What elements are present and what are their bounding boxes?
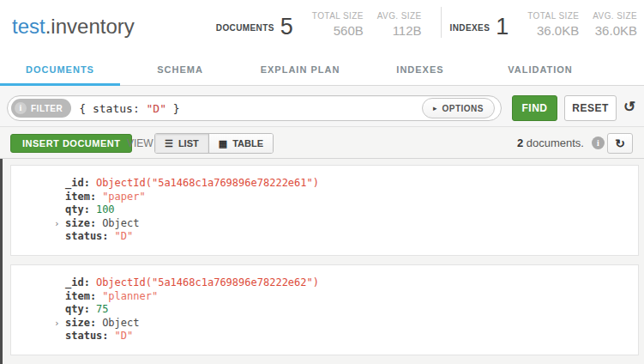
sidebar-edge	[0, 159, 3, 364]
table-view-icon: ▦	[219, 138, 227, 149]
field-row-status: status: "D"	[54, 230, 629, 244]
field-key: status:	[65, 230, 109, 244]
field-value: "D"	[115, 330, 134, 343]
tab-explain-plan[interactable]: EXPLAIN PLAN	[240, 53, 360, 86]
field-key: size:	[65, 217, 96, 231]
tab-validation[interactable]: VALIDATION	[480, 53, 600, 86]
indexes-avg-size: AVG. SIZE 36.0KB	[593, 11, 637, 38]
field-value: ObjectId("5a1468c1a769896e78222e62")	[96, 276, 319, 290]
field-value: ObjectId("5a1468c1a769896e78222e61")	[96, 177, 319, 191]
filter-badge: i FILTER	[11, 99, 71, 118]
view-label: VIEW	[127, 137, 153, 149]
field-key: size:	[65, 317, 96, 331]
indexes-stat-label: INDEXES	[450, 23, 491, 38]
options-button[interactable]: ▸ OPTIONS	[422, 98, 495, 118]
collection-name: .inventory	[45, 15, 135, 38]
field-row-qty: qty: 75	[54, 303, 629, 317]
options-button-label: OPTIONS	[442, 104, 484, 113]
field-key: qty:	[65, 203, 90, 217]
indexes-count: 1	[496, 15, 509, 38]
reset-button[interactable]: RESET	[564, 95, 617, 121]
table-view-label: TABLE	[232, 138, 263, 149]
field-value: "planner"	[102, 290, 158, 304]
query-bar: i FILTER { status: "D" } ▸ OPTIONS FIND …	[0, 86, 644, 127]
field-row-id: _id: ObjectId("5a1468c1a769896e78222e62"…	[54, 276, 629, 290]
insert-document-button[interactable]: INSERT DOCUMENT	[10, 134, 132, 153]
expand-caret-icon[interactable]: ›	[54, 317, 65, 331]
field-value: 75	[96, 303, 108, 317]
document-card[interactable]: _id: ObjectId("5a1468c1a769896e78222e61"…	[10, 165, 639, 256]
field-key: _id:	[65, 276, 90, 290]
collection-header: test.inventory DOCUMENTS 5 TOTAL SIZE 56…	[0, 0, 644, 53]
field-value: "D"	[115, 230, 134, 244]
filter-input[interactable]: i FILTER { status: "D" } ▸ OPTIONS	[7, 95, 502, 121]
field-row-qty: qty: 100	[54, 203, 629, 217]
field-value: Object	[102, 317, 139, 331]
documents-avg-size: AVG. SIZE 112B	[377, 11, 422, 38]
database-name: test	[12, 15, 45, 38]
documents-total-size: TOTAL SIZE 560B	[312, 11, 364, 38]
find-button[interactable]: FIND	[512, 95, 557, 121]
indexes-total-size: TOTAL SIZE 36.0KB	[527, 11, 579, 38]
page-title: test.inventory	[12, 15, 135, 39]
filter-info-icon: i	[15, 102, 27, 114]
count-info-icon[interactable]: i	[592, 136, 605, 149]
document-list: _id: ObjectId("5a1468c1a769896e78222e61"…	[0, 159, 644, 364]
field-row-status: status: "D"	[54, 330, 629, 343]
refresh-icon: ↻	[615, 136, 625, 150]
document-card[interactable]: _id: ObjectId("5a1468c1a769896e78222e62"…	[10, 264, 639, 355]
query-string-value: "D"	[147, 102, 166, 115]
field-row-size: › size: Object	[54, 217, 629, 231]
list-view-label: LIST	[178, 138, 199, 149]
field-key: item:	[65, 191, 96, 204]
documents-toolbar: INSERT DOCUMENT VIEW ☰ LIST ▦ TABLE 2 do…	[0, 127, 644, 159]
field-key: qty:	[65, 303, 90, 317]
field-key: _id:	[65, 177, 90, 191]
options-caret-icon: ▸	[433, 104, 437, 112]
tab-documents[interactable]: DOCUMENTS	[0, 53, 120, 86]
query-history-icon[interactable]: ↺	[623, 99, 635, 116]
view-switcher: ☰ LIST ▦ TABLE	[154, 133, 274, 154]
field-value: "paper"	[102, 191, 146, 204]
field-value: 100	[96, 203, 115, 217]
field-key: status:	[65, 330, 109, 343]
list-view-button[interactable]: ☰ LIST	[155, 134, 208, 153]
collection-tabs: DOCUMENTS SCHEMA EXPLAIN PLAN INDEXES VA…	[0, 53, 644, 86]
collection-stats: DOCUMENTS 5 TOTAL SIZE 560B AVG. SIZE 11…	[216, 7, 637, 46]
tab-indexes[interactable]: INDEXES	[360, 53, 480, 86]
filter-query-text[interactable]: { status: "D" }	[79, 102, 422, 115]
field-key: item:	[65, 290, 96, 304]
stats-divider	[441, 7, 442, 38]
documents-stat-label: DOCUMENTS	[216, 23, 274, 38]
filter-badge-label: FILTER	[31, 104, 63, 113]
field-row-item: item: "planner"	[54, 290, 629, 304]
table-view-button[interactable]: ▦ TABLE	[208, 134, 273, 153]
tab-schema[interactable]: SCHEMA	[120, 53, 240, 86]
list-view-icon: ☰	[165, 138, 173, 149]
refresh-documents-button[interactable]: ↻	[607, 133, 633, 154]
documents-count: 5	[280, 15, 293, 38]
expand-caret-icon[interactable]: ›	[54, 217, 65, 231]
document-count: 2 documents.	[517, 136, 584, 149]
field-value: Object	[102, 217, 139, 231]
field-row-id: _id: ObjectId("5a1468c1a769896e78222e61"…	[54, 177, 629, 191]
field-row-size: › size: Object	[54, 317, 629, 331]
field-row-item: item: "paper"	[54, 191, 629, 204]
